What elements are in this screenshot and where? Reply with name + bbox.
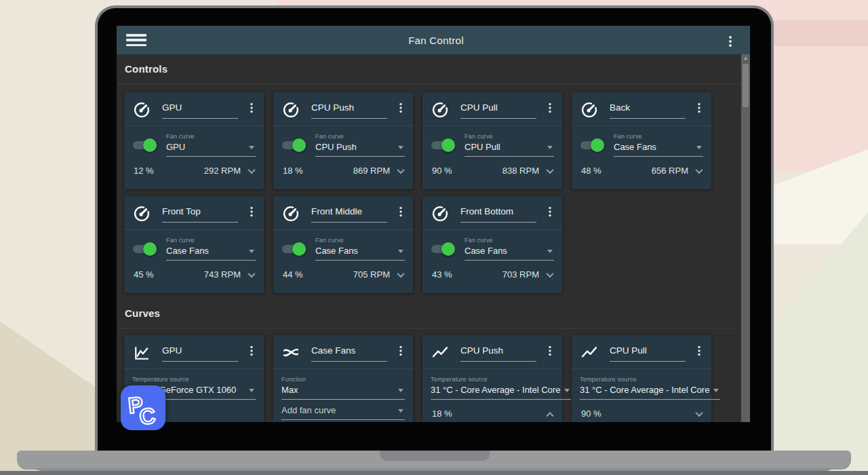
- curve-name-field[interactable]: GPU: [162, 345, 238, 362]
- kebab-menu-icon[interactable]: [248, 206, 256, 217]
- fan-curve-select[interactable]: Fan curve CPU Push: [315, 133, 405, 157]
- select-value: 31 °C - Core Average - Intel Core: [580, 385, 720, 395]
- caret-down-icon: [398, 389, 403, 392]
- kebab-menu-icon[interactable]: [695, 345, 703, 356]
- caret-down-icon: [249, 146, 254, 149]
- hamburger-menu-icon[interactable]: [126, 34, 146, 46]
- chevron-down-icon[interactable]: [248, 166, 255, 173]
- kebab-menu-icon[interactable]: [546, 206, 554, 217]
- select-label: Function: [281, 376, 405, 383]
- gauge-icon: [132, 204, 151, 223]
- kebab-menu-icon[interactable]: [248, 102, 256, 113]
- fan-name-field[interactable]: Front Top: [162, 206, 238, 223]
- section-heading-curves: Curves: [117, 299, 750, 328]
- temperature-source-select[interactable]: Temperature source 31 °C - Core Average …: [431, 376, 571, 400]
- caret-down-icon: [696, 146, 702, 149]
- select-label: Fan curve: [166, 237, 256, 244]
- scrollbar-track[interactable]: ▲: [741, 54, 750, 422]
- chevron-down-icon[interactable]: [397, 269, 404, 277]
- select-value: Add fan curve: [281, 405, 405, 415]
- select-label: Fan curve: [614, 133, 703, 140]
- select-value: CPU Push: [315, 142, 405, 152]
- kebab-menu-icon[interactable]: [397, 102, 405, 113]
- curve-name-field[interactable]: CPU Push: [460, 345, 536, 362]
- gauge-icon: [281, 204, 300, 223]
- fan-card-front-bottom: Front Bottom Fan curve Case Fans 43 % 70…: [422, 196, 562, 293]
- fan-name-field[interactable]: GPU: [162, 102, 238, 119]
- section-heading-controls: Controls: [117, 54, 750, 84]
- curve-name: GPU: [162, 345, 182, 356]
- select-label: Fan curve: [465, 133, 554, 140]
- fan-control-app-window: Fan Control ▲ Controls GPU Fan curve: [117, 26, 750, 422]
- fan-name-field[interactable]: CPU Push: [311, 102, 387, 119]
- fan-enabled-toggle[interactable]: [281, 242, 306, 256]
- fan-name-field[interactable]: CPU Pull: [460, 102, 536, 119]
- fan-curve-select[interactable]: Fan curve GPU: [166, 133, 256, 157]
- fan-enabled-toggle[interactable]: [580, 138, 604, 153]
- fan-curve-select[interactable]: Fan curve Case Fans: [315, 237, 405, 261]
- kebab-menu-icon[interactable]: [546, 102, 554, 113]
- kebab-menu-icon[interactable]: [397, 345, 405, 356]
- curve-name-field[interactable]: Case Fans: [311, 345, 387, 362]
- fan-name-field[interactable]: Front Middle: [311, 206, 387, 223]
- fan-card-cpu-pull: CPU Pull Fan curve CPU Pull 90 % 838 RPM: [422, 92, 562, 189]
- select-label: Fan curve: [166, 133, 256, 140]
- function-select[interactable]: Function Max: [281, 376, 405, 400]
- select-label: Fan curve: [465, 237, 554, 244]
- fan-rpm: 292 RPM: [204, 166, 241, 176]
- kebab-menu-icon[interactable]: [695, 102, 703, 113]
- curve-name: Case Fans: [311, 345, 355, 356]
- chevron-up-icon[interactable]: [546, 412, 553, 419]
- fan-curve-select[interactable]: Fan curve Case Fans: [614, 133, 703, 157]
- caret-down-icon: [564, 389, 570, 392]
- select-label: Temperature source: [132, 376, 256, 383]
- fan-card-front-top: Front Top Fan curve Case Fans 45 % 743 R…: [124, 196, 264, 293]
- select-value: CPU Pull: [465, 142, 554, 152]
- chevron-down-icon[interactable]: [397, 166, 404, 173]
- curve-name-field[interactable]: CPU Pull: [610, 345, 686, 362]
- chevron-down-icon[interactable]: [695, 408, 703, 416]
- scrollbar-thumb[interactable]: [743, 64, 749, 107]
- controls-row-2: Front Top Fan curve Case Fans 45 % 743 R…: [124, 196, 750, 293]
- kebab-menu-icon[interactable]: [546, 345, 554, 356]
- svg-text:C: C: [138, 403, 157, 428]
- gauge-icon: [431, 100, 450, 119]
- fan-enabled-toggle[interactable]: [132, 138, 157, 153]
- app-bar: Fan Control: [117, 26, 750, 54]
- controls-row-1: GPU Fan curve GPU 12 % 292 RPM: [124, 92, 750, 189]
- fan-name: Back: [610, 102, 630, 113]
- fan-name-field[interactable]: Back: [610, 102, 686, 119]
- curve-percent: 90 %: [581, 408, 601, 419]
- fan-curve-select[interactable]: Fan curve CPU Pull: [465, 133, 554, 157]
- show-chart-icon: [580, 343, 599, 362]
- app-content: ▲ Controls GPU Fan curve GPU: [117, 54, 750, 422]
- kebab-menu-icon[interactable]: [397, 206, 405, 217]
- select-value: 31 °C - Core Average - Intel Core: [431, 385, 571, 395]
- caret-down-icon: [547, 146, 553, 149]
- chevron-down-icon[interactable]: [695, 166, 703, 173]
- gauge-icon: [281, 100, 300, 119]
- select-label: Temperature source: [431, 376, 571, 383]
- fan-name-field[interactable]: Front Bottom: [460, 206, 536, 223]
- fan-curve-select[interactable]: Fan curve Case Fans: [166, 237, 256, 261]
- gauge-icon: [431, 204, 450, 223]
- kebab-menu-icon[interactable]: [726, 35, 735, 48]
- kebab-menu-icon[interactable]: [248, 345, 256, 356]
- multiline-chart-icon: [281, 343, 300, 362]
- fan-enabled-toggle[interactable]: [132, 242, 157, 256]
- add-fan-curve-select[interactable]: Add fan curve: [281, 405, 405, 420]
- fan-enabled-toggle[interactable]: [281, 138, 306, 153]
- fan-enabled-toggle[interactable]: [431, 138, 455, 153]
- fan-percent: 90 %: [432, 166, 452, 176]
- fan-enabled-toggle[interactable]: [431, 242, 455, 256]
- chevron-down-icon[interactable]: [546, 166, 553, 173]
- chevron-down-icon[interactable]: [248, 269, 255, 277]
- fan-name: GPU: [162, 102, 182, 113]
- fan-curve-select[interactable]: Fan curve Case Fans: [465, 237, 554, 261]
- fan-percent: 48 %: [581, 166, 601, 176]
- caret-down-icon: [249, 389, 254, 392]
- chevron-down-icon[interactable]: [546, 269, 553, 277]
- temperature-source-select[interactable]: Temperature source 31 °C - Core Average …: [580, 376, 720, 400]
- scroll-up-arrow-icon[interactable]: ▲: [741, 54, 750, 62]
- caret-down-icon: [713, 389, 719, 392]
